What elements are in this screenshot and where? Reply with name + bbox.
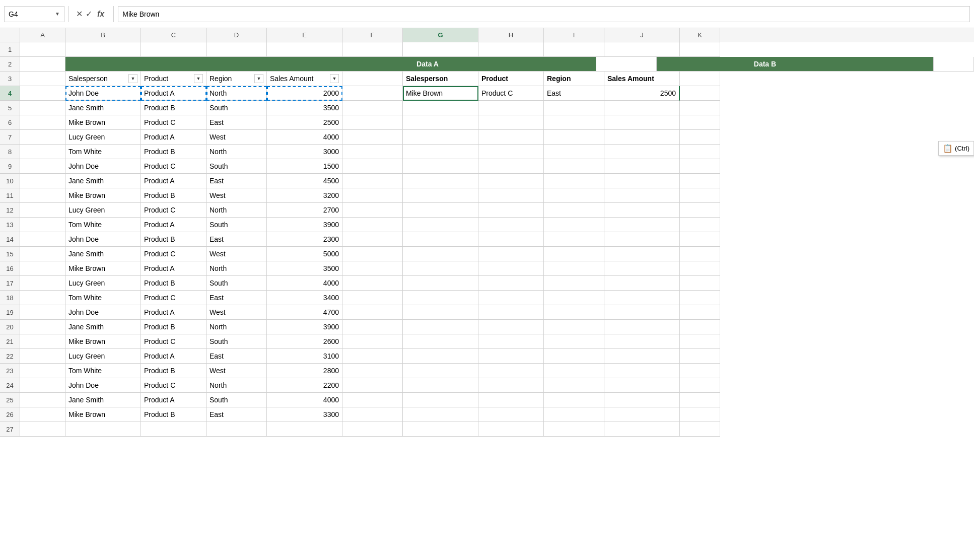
- col-header-c[interactable]: C: [141, 28, 206, 42]
- cell-j25[interactable]: [604, 393, 680, 407]
- cell-k2[interactable]: [934, 57, 974, 72]
- cell-j10[interactable]: [604, 174, 680, 188]
- cell-j14[interactable]: [604, 232, 680, 247]
- cell-g19[interactable]: [403, 305, 478, 320]
- cell-k14[interactable]: [680, 232, 720, 247]
- cell-k11[interactable]: [680, 188, 720, 203]
- name-box-dropdown-icon[interactable]: ▼: [55, 11, 60, 17]
- cell-f9[interactable]: [342, 159, 403, 174]
- cell-a17[interactable]: [20, 276, 65, 291]
- cell-i6[interactable]: [544, 115, 604, 130]
- cell-a14[interactable]: [20, 232, 65, 247]
- cell-d23[interactable]: West: [206, 364, 267, 378]
- name-box[interactable]: G4 ▼: [4, 6, 64, 22]
- cell-h22[interactable]: [478, 349, 544, 364]
- cell-f21[interactable]: [342, 334, 403, 349]
- cell-k1[interactable]: [680, 42, 720, 57]
- cell-j16[interactable]: [604, 261, 680, 276]
- cell-i18[interactable]: [544, 291, 604, 305]
- cell-k6[interactable]: [680, 115, 720, 130]
- cell-a10[interactable]: [20, 174, 65, 188]
- cell-g27[interactable]: [403, 422, 478, 437]
- cell-k25[interactable]: [680, 393, 720, 407]
- cell-a22[interactable]: [20, 349, 65, 364]
- cell-f3[interactable]: [342, 72, 403, 86]
- col-header-b[interactable]: B: [65, 28, 141, 42]
- cell-i11[interactable]: [544, 188, 604, 203]
- cell-c15[interactable]: Product C: [141, 247, 206, 261]
- cell-k9[interactable]: [680, 159, 720, 174]
- cell-a2[interactable]: [20, 57, 65, 72]
- cell-f19[interactable]: [342, 305, 403, 320]
- cell-i24[interactable]: [544, 378, 604, 393]
- filter-region-btn[interactable]: ▼: [254, 74, 263, 83]
- cell-i23[interactable]: [544, 364, 604, 378]
- cell-b19[interactable]: John Doe: [65, 305, 141, 320]
- cell-k4[interactable]: [680, 86, 720, 101]
- cell-f2[interactable]: [596, 57, 657, 72]
- cell-d24[interactable]: North: [206, 378, 267, 393]
- cell-b13[interactable]: Tom White: [65, 218, 141, 232]
- cell-b11[interactable]: Mike Brown: [65, 188, 141, 203]
- cell-a25[interactable]: [20, 393, 65, 407]
- cell-e26[interactable]: 3300: [267, 407, 342, 422]
- cell-g18[interactable]: [403, 291, 478, 305]
- cell-f23[interactable]: [342, 364, 403, 378]
- cell-j3-header[interactable]: Sales Amount: [604, 72, 680, 86]
- cell-c18[interactable]: Product C: [141, 291, 206, 305]
- cell-j7[interactable]: [604, 130, 680, 145]
- cell-h5[interactable]: [478, 101, 544, 115]
- cell-i5[interactable]: [544, 101, 604, 115]
- cell-f17[interactable]: [342, 276, 403, 291]
- cell-a4[interactable]: [20, 86, 65, 101]
- cell-e1[interactable]: [267, 42, 342, 57]
- cell-d19[interactable]: West: [206, 305, 267, 320]
- filter-sales-btn[interactable]: ▼: [330, 74, 339, 83]
- cell-f26[interactable]: [342, 407, 403, 422]
- cell-i25[interactable]: [544, 393, 604, 407]
- cell-g26[interactable]: [403, 407, 478, 422]
- cell-a27[interactable]: [20, 422, 65, 437]
- cell-c2-title[interactable]: Data A: [395, 57, 460, 72]
- cell-d20[interactable]: North: [206, 320, 267, 334]
- cell-e6[interactable]: 2500: [267, 115, 342, 130]
- cell-g2-title[interactable]: [657, 57, 732, 72]
- cell-b21[interactable]: Mike Brown: [65, 334, 141, 349]
- filter-product-btn[interactable]: ▼: [194, 74, 203, 83]
- cell-f4[interactable]: [342, 86, 403, 101]
- cell-g10[interactable]: [403, 174, 478, 188]
- cell-g24[interactable]: [403, 378, 478, 393]
- cell-g14[interactable]: [403, 232, 478, 247]
- cell-g9[interactable]: [403, 159, 478, 174]
- cell-k16[interactable]: [680, 261, 720, 276]
- cell-b3-header[interactable]: Salesperson ▼: [65, 72, 141, 86]
- cell-j23[interactable]: [604, 364, 680, 378]
- cell-f27[interactable]: [342, 422, 403, 437]
- cell-b22[interactable]: Lucy Green: [65, 349, 141, 364]
- cell-h13[interactable]: [478, 218, 544, 232]
- cell-c1[interactable]: [141, 42, 206, 57]
- cell-j13[interactable]: [604, 218, 680, 232]
- cell-e16[interactable]: 3500: [267, 261, 342, 276]
- cell-i27[interactable]: [544, 422, 604, 437]
- cell-h10[interactable]: [478, 174, 544, 188]
- cell-d9[interactable]: South: [206, 159, 267, 174]
- col-header-a[interactable]: A: [20, 28, 65, 42]
- cell-i13[interactable]: [544, 218, 604, 232]
- cell-a3[interactable]: [20, 72, 65, 86]
- cell-a5[interactable]: [20, 101, 65, 115]
- cell-a1[interactable]: [20, 42, 65, 57]
- cell-a21[interactable]: [20, 334, 65, 349]
- cell-g17[interactable]: [403, 276, 478, 291]
- col-header-g[interactable]: G: [403, 28, 478, 42]
- cell-g3-header[interactable]: Salesperson: [403, 72, 478, 86]
- cell-d27[interactable]: [206, 422, 267, 437]
- cell-j2-title[interactable]: [858, 57, 934, 72]
- cell-a8[interactable]: [20, 145, 65, 159]
- cell-b4[interactable]: John Doe: [65, 86, 141, 101]
- cell-h23[interactable]: [478, 364, 544, 378]
- cell-d4[interactable]: North: [206, 86, 267, 101]
- cell-i1[interactable]: [544, 42, 604, 57]
- cell-k27[interactable]: [680, 422, 720, 437]
- cell-i2-title[interactable]: [798, 57, 858, 72]
